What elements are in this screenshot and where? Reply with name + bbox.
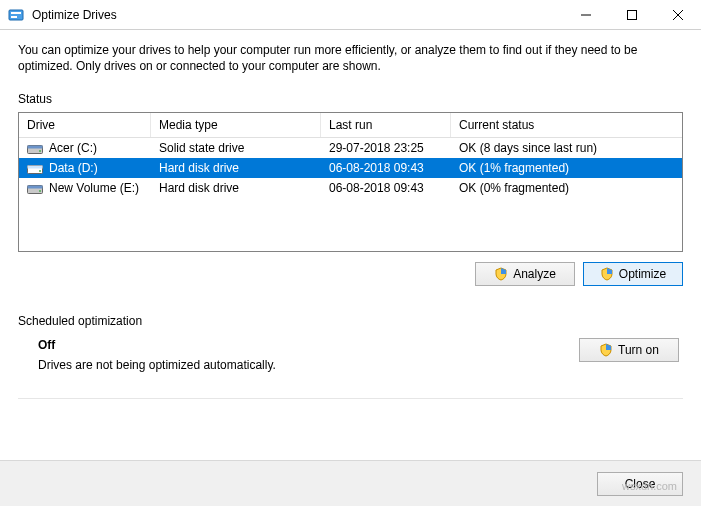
shield-icon [600,267,614,281]
drive-lastrun: 06-08-2018 09:43 [321,159,451,177]
svg-rect-0 [9,10,23,20]
svg-point-12 [39,170,41,172]
drive-status: OK (8 days since last run) [451,139,682,157]
divider [18,398,683,399]
drive-lastrun: 06-08-2018 09:43 [321,179,451,197]
drive-status: OK (1% fragmented) [451,159,682,177]
svg-rect-4 [628,10,637,19]
svg-rect-1 [11,12,21,14]
table-row[interactable]: Data (D:)Hard disk drive06-08-2018 09:43… [19,158,682,178]
col-lastrun[interactable]: Last run [321,113,451,137]
drive-icon [27,142,43,154]
table-row[interactable]: Acer (C:)Solid state drive29-07-2018 23:… [19,138,682,158]
svg-rect-11 [28,166,43,169]
svg-rect-8 [28,146,43,149]
description-text: You can optimize your drives to help you… [18,42,683,74]
drive-lastrun: 29-07-2018 23:25 [321,139,451,157]
drive-media: Hard disk drive [151,159,321,177]
svg-point-9 [39,150,41,152]
app-icon [8,7,24,23]
svg-rect-2 [11,16,17,18]
drive-name: Acer (C:) [49,141,97,155]
table-row[interactable]: New Volume (E:)Hard disk drive06-08-2018… [19,178,682,198]
close-dialog-button[interactable]: Close [597,472,683,496]
svg-point-15 [39,190,41,192]
minimize-button[interactable] [563,0,609,30]
status-label: Status [18,92,683,106]
drive-media: Hard disk drive [151,179,321,197]
drive-icon [27,162,43,174]
drives-list[interactable]: Drive Media type Last run Current status… [18,112,683,252]
maximize-button[interactable] [609,0,655,30]
turn-on-label: Turn on [618,343,659,357]
title-bar: Optimize Drives [0,0,701,30]
footer: Close [0,460,701,506]
close-button[interactable] [655,0,701,30]
scheduled-desc: Drives are not being optimized automatic… [38,358,276,372]
col-media[interactable]: Media type [151,113,321,137]
close-label: Close [625,477,656,491]
drive-media: Solid state drive [151,139,321,157]
turn-on-button[interactable]: Turn on [579,338,679,362]
drive-status: OK (0% fragmented) [451,179,682,197]
optimize-label: Optimize [619,267,666,281]
drive-name: New Volume (E:) [49,181,139,195]
svg-rect-14 [28,186,43,189]
analyze-button[interactable]: Analyze [475,262,575,286]
col-drive[interactable]: Drive [19,113,151,137]
drive-icon [27,182,43,194]
scheduled-state: Off [38,338,276,352]
shield-icon [494,267,508,281]
shield-icon [599,343,613,357]
drive-name: Data (D:) [49,161,98,175]
list-header: Drive Media type Last run Current status [19,113,682,138]
scheduled-label: Scheduled optimization [18,314,683,328]
col-status[interactable]: Current status [451,113,682,137]
optimize-button[interactable]: Optimize [583,262,683,286]
window-title: Optimize Drives [32,8,563,22]
analyze-label: Analyze [513,267,556,281]
